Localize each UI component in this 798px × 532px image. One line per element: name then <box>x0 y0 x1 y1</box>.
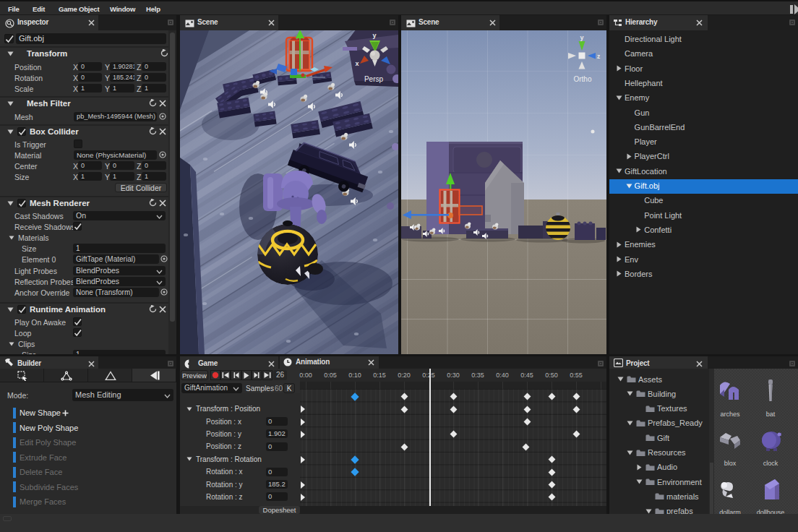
svg-text:y: y <box>580 34 583 41</box>
svg-text:Persp: Persp <box>364 75 384 83</box>
svg-text:y: y <box>372 32 376 39</box>
svg-text:z: z <box>597 53 600 60</box>
svg-text:x: x <box>355 60 359 67</box>
svg-text:Ortho: Ortho <box>573 75 591 83</box>
